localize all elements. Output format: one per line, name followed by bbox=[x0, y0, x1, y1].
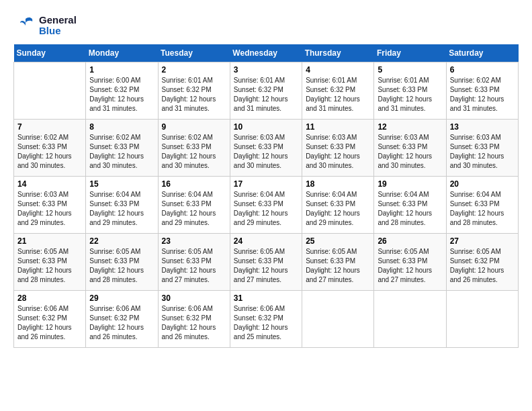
calendar-cell: 30Sunrise: 6:06 AMSunset: 6:32 PMDayligh… bbox=[158, 291, 230, 348]
day-info: Sunrise: 6:05 AMSunset: 6:33 PMDaylight:… bbox=[89, 247, 154, 285]
day-info: Sunrise: 6:01 AMSunset: 6:32 PMDaylight:… bbox=[162, 76, 226, 113]
day-info: Sunrise: 6:04 AMSunset: 6:33 PMDaylight:… bbox=[450, 190, 515, 228]
calendar-table: SundayMondayTuesdayWednesdayThursdayFrid… bbox=[13, 44, 519, 348]
day-info: Sunrise: 6:01 AMSunset: 6:33 PMDaylight:… bbox=[378, 76, 442, 113]
calendar-cell: 21Sunrise: 6:05 AMSunset: 6:33 PMDayligh… bbox=[14, 234, 86, 291]
day-number: 22 bbox=[89, 236, 154, 246]
calendar-body: 1Sunrise: 6:00 AMSunset: 6:32 PMDaylight… bbox=[14, 62, 519, 348]
day-number: 13 bbox=[450, 122, 515, 132]
calendar-cell: 8Sunrise: 6:02 AMSunset: 6:33 PMDaylight… bbox=[86, 120, 158, 177]
day-number: 21 bbox=[17, 236, 82, 246]
calendar-cell: 7Sunrise: 6:02 AMSunset: 6:33 PMDaylight… bbox=[14, 120, 86, 177]
calendar-cell: 19Sunrise: 6:04 AMSunset: 6:33 PMDayligh… bbox=[374, 177, 446, 234]
calendar-cell: 20Sunrise: 6:04 AMSunset: 6:33 PMDayligh… bbox=[446, 177, 518, 234]
day-info: Sunrise: 6:00 AMSunset: 6:32 PMDaylight:… bbox=[89, 76, 154, 113]
day-info: Sunrise: 6:03 AMSunset: 6:33 PMDaylight:… bbox=[306, 133, 370, 171]
calendar-cell bbox=[446, 291, 518, 348]
day-info: Sunrise: 6:02 AMSunset: 6:33 PMDaylight:… bbox=[162, 133, 226, 171]
day-info: Sunrise: 6:02 AMSunset: 6:33 PMDaylight:… bbox=[450, 76, 515, 113]
day-number: 5 bbox=[378, 65, 442, 75]
day-info: Sunrise: 6:04 AMSunset: 6:33 PMDaylight:… bbox=[234, 190, 298, 228]
day-info: Sunrise: 6:05 AMSunset: 6:32 PMDaylight:… bbox=[450, 247, 515, 285]
logo: General Blue bbox=[13, 13, 77, 38]
calendar-cell: 25Sunrise: 6:05 AMSunset: 6:33 PMDayligh… bbox=[302, 234, 374, 291]
day-number: 16 bbox=[162, 179, 226, 189]
day-number: 28 bbox=[17, 293, 82, 303]
calendar-cell: 27Sunrise: 6:05 AMSunset: 6:32 PMDayligh… bbox=[446, 234, 518, 291]
day-info: Sunrise: 6:05 AMSunset: 6:33 PMDaylight:… bbox=[234, 247, 298, 285]
calendar-cell bbox=[374, 291, 446, 348]
day-info: Sunrise: 6:03 AMSunset: 6:33 PMDaylight:… bbox=[450, 133, 515, 171]
logo-container: General Blue bbox=[13, 13, 77, 38]
header-sunday: Sunday bbox=[14, 44, 86, 62]
day-number: 26 bbox=[378, 236, 442, 246]
day-info: Sunrise: 6:03 AMSunset: 6:33 PMDaylight:… bbox=[234, 133, 298, 171]
day-info: Sunrise: 6:05 AMSunset: 6:33 PMDaylight:… bbox=[162, 247, 226, 285]
calendar-cell: 18Sunrise: 6:04 AMSunset: 6:33 PMDayligh… bbox=[302, 177, 374, 234]
header-thursday: Thursday bbox=[302, 44, 374, 62]
day-number: 12 bbox=[378, 122, 442, 132]
calendar-cell bbox=[302, 291, 374, 348]
calendar-cell: 31Sunrise: 6:06 AMSunset: 6:32 PMDayligh… bbox=[230, 291, 302, 348]
day-number: 4 bbox=[306, 65, 370, 75]
day-info: Sunrise: 6:06 AMSunset: 6:32 PMDaylight:… bbox=[89, 304, 154, 342]
header-tuesday: Tuesday bbox=[158, 44, 230, 62]
calendar-week-row: 14Sunrise: 6:03 AMSunset: 6:33 PMDayligh… bbox=[14, 177, 519, 234]
day-number: 23 bbox=[162, 236, 226, 246]
calendar-cell: 3Sunrise: 6:01 AMSunset: 6:32 PMDaylight… bbox=[230, 62, 302, 120]
calendar-cell: 29Sunrise: 6:06 AMSunset: 6:32 PMDayligh… bbox=[86, 291, 158, 348]
day-info: Sunrise: 6:06 AMSunset: 6:32 PMDaylight:… bbox=[17, 304, 82, 342]
day-number: 27 bbox=[450, 236, 515, 246]
day-number: 2 bbox=[162, 65, 226, 75]
day-number: 10 bbox=[234, 122, 298, 132]
header-wednesday: Wednesday bbox=[230, 44, 302, 62]
day-number: 11 bbox=[306, 122, 370, 132]
logo-general: General bbox=[39, 15, 77, 26]
calendar-cell: 11Sunrise: 6:03 AMSunset: 6:33 PMDayligh… bbox=[302, 120, 374, 177]
header-monday: Monday bbox=[86, 44, 158, 62]
calendar-cell: 15Sunrise: 6:04 AMSunset: 6:33 PMDayligh… bbox=[86, 177, 158, 234]
calendar-cell: 26Sunrise: 6:05 AMSunset: 6:33 PMDayligh… bbox=[374, 234, 446, 291]
calendar-cell: 28Sunrise: 6:06 AMSunset: 6:32 PMDayligh… bbox=[14, 291, 86, 348]
calendar-cell: 4Sunrise: 6:01 AMSunset: 6:32 PMDaylight… bbox=[302, 62, 374, 120]
day-info: Sunrise: 6:06 AMSunset: 6:32 PMDaylight:… bbox=[234, 304, 298, 342]
calendar-header-row: SundayMondayTuesdayWednesdayThursdayFrid… bbox=[14, 44, 519, 62]
day-info: Sunrise: 6:05 AMSunset: 6:33 PMDaylight:… bbox=[306, 247, 370, 285]
day-number: 3 bbox=[234, 65, 298, 75]
day-info: Sunrise: 6:02 AMSunset: 6:33 PMDaylight:… bbox=[17, 133, 82, 171]
day-info: Sunrise: 6:02 AMSunset: 6:33 PMDaylight:… bbox=[89, 133, 154, 171]
calendar-cell: 9Sunrise: 6:02 AMSunset: 6:33 PMDaylight… bbox=[158, 120, 230, 177]
day-number: 15 bbox=[89, 179, 154, 189]
header-friday: Friday bbox=[374, 44, 446, 62]
calendar-cell: 24Sunrise: 6:05 AMSunset: 6:33 PMDayligh… bbox=[230, 234, 302, 291]
day-number: 25 bbox=[306, 236, 370, 246]
day-number: 20 bbox=[450, 179, 515, 189]
day-number: 1 bbox=[89, 65, 154, 75]
day-info: Sunrise: 6:03 AMSunset: 6:33 PMDaylight:… bbox=[17, 190, 82, 228]
day-info: Sunrise: 6:01 AMSunset: 6:32 PMDaylight:… bbox=[306, 76, 370, 113]
calendar-week-row: 7Sunrise: 6:02 AMSunset: 6:33 PMDaylight… bbox=[14, 120, 519, 177]
calendar-cell: 14Sunrise: 6:03 AMSunset: 6:33 PMDayligh… bbox=[14, 177, 86, 234]
day-number: 9 bbox=[162, 122, 226, 132]
calendar-cell: 6Sunrise: 6:02 AMSunset: 6:33 PMDaylight… bbox=[446, 62, 518, 120]
calendar-cell: 13Sunrise: 6:03 AMSunset: 6:33 PMDayligh… bbox=[446, 120, 518, 177]
calendar-week-row: 1Sunrise: 6:00 AMSunset: 6:32 PMDaylight… bbox=[14, 62, 519, 120]
logo-bird-icon bbox=[13, 13, 38, 38]
day-number: 17 bbox=[234, 179, 298, 189]
day-number: 18 bbox=[306, 179, 370, 189]
day-info: Sunrise: 6:05 AMSunset: 6:33 PMDaylight:… bbox=[17, 247, 82, 285]
day-number: 14 bbox=[17, 179, 82, 189]
day-info: Sunrise: 6:04 AMSunset: 6:33 PMDaylight:… bbox=[89, 190, 154, 228]
calendar-cell bbox=[14, 62, 86, 120]
header-saturday: Saturday bbox=[446, 44, 518, 62]
calendar-cell: 23Sunrise: 6:05 AMSunset: 6:33 PMDayligh… bbox=[158, 234, 230, 291]
day-number: 31 bbox=[234, 293, 298, 303]
day-info: Sunrise: 6:03 AMSunset: 6:33 PMDaylight:… bbox=[378, 133, 442, 171]
day-number: 24 bbox=[234, 236, 298, 246]
calendar-week-row: 28Sunrise: 6:06 AMSunset: 6:32 PMDayligh… bbox=[14, 291, 519, 348]
day-number: 8 bbox=[89, 122, 154, 132]
page-header: General Blue bbox=[13, 13, 519, 38]
calendar-cell: 22Sunrise: 6:05 AMSunset: 6:33 PMDayligh… bbox=[86, 234, 158, 291]
day-info: Sunrise: 6:04 AMSunset: 6:33 PMDaylight:… bbox=[306, 190, 370, 228]
calendar-cell: 1Sunrise: 6:00 AMSunset: 6:32 PMDaylight… bbox=[86, 62, 158, 120]
